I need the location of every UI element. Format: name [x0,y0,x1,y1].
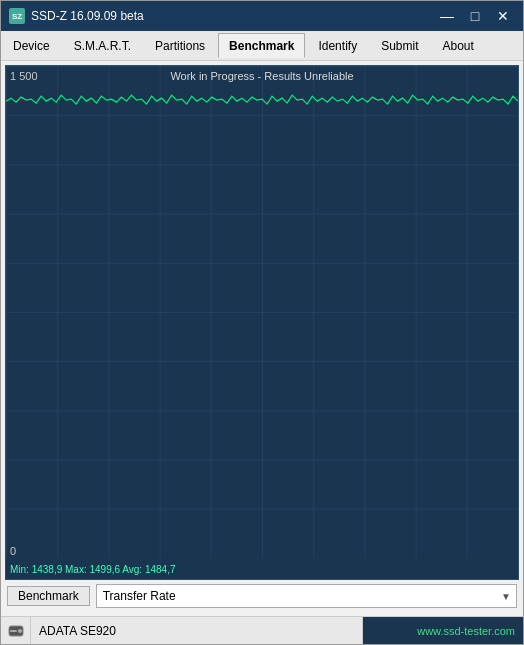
main-window: SZ SSD-Z 16.09.09 beta — □ ✕ Device S.M.… [0,0,524,645]
app-icon: SZ [9,8,25,24]
title-bar: SZ SSD-Z 16.09.09 beta — □ ✕ [1,1,523,31]
transfer-type-dropdown[interactable]: Transfer Rate IOPS Latency [96,584,517,608]
menu-item-device[interactable]: Device [2,33,61,58]
benchmark-chart: 1 500 Work in Progress - Results Unrelia… [5,65,519,580]
menu-item-partitions[interactable]: Partitions [144,33,216,58]
window-controls: — □ ✕ [435,7,515,25]
status-bar: ADATA SE920 www.ssd-tester.com [1,616,523,644]
website-link[interactable]: www.ssd-tester.com [363,617,523,644]
minimize-button[interactable]: — [435,7,459,25]
title-bar-left: SZ SSD-Z 16.09.09 beta [9,8,144,24]
menu-item-smart[interactable]: S.M.A.R.T. [63,33,142,58]
chart-svg [6,66,518,558]
benchmark-button[interactable]: Benchmark [7,586,90,606]
window-title: SSD-Z 16.09.09 beta [31,9,144,23]
hdd-icon [7,622,25,640]
drive-icon [1,617,31,644]
svg-point-3 [18,629,22,633]
chart-status-text: Work in Progress - Results Unreliable [170,70,353,82]
maximize-button[interactable]: □ [463,7,487,25]
controls-row: Benchmark Transfer Rate IOPS Latency ▼ [5,580,519,612]
menu-bar: Device S.M.A.R.T. Partitions Benchmark I… [1,31,523,61]
dropdown-container: Transfer Rate IOPS Latency ▼ [96,584,517,608]
menu-item-identify[interactable]: Identify [307,33,368,58]
chart-y-axis-bottom: 0 [10,545,16,557]
menu-item-benchmark[interactable]: Benchmark [218,33,305,58]
chart-stats: Min: 1438,9 Max: 1499,6 Avg: 1484,7 [10,564,176,575]
drive-name: ADATA SE920 [31,617,363,644]
menu-item-about[interactable]: About [432,33,485,58]
svg-rect-1 [6,66,518,558]
menu-item-submit[interactable]: Submit [370,33,429,58]
close-button[interactable]: ✕ [491,7,515,25]
main-content: 1 500 Work in Progress - Results Unrelia… [1,61,523,616]
svg-rect-4 [10,630,17,632]
chart-y-axis-top: 1 500 [10,70,38,82]
